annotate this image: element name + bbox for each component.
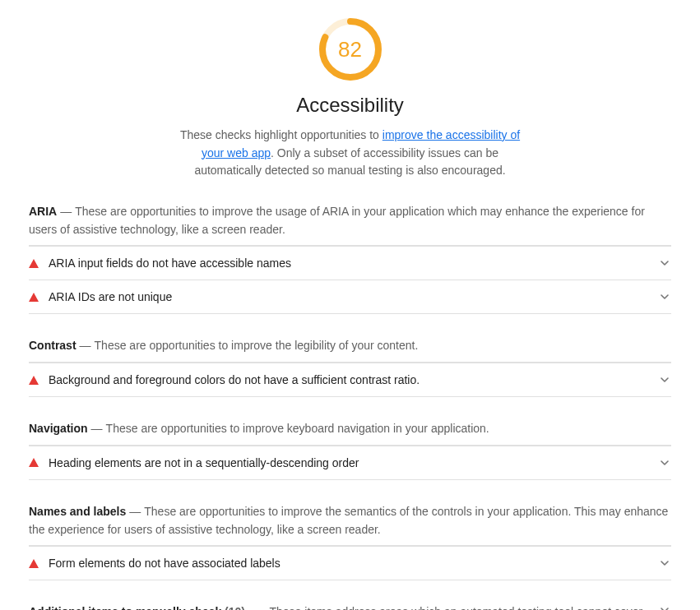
manual-check-count: (10) xyxy=(225,605,245,610)
score-value: 82 xyxy=(318,16,383,82)
group-label: Navigation xyxy=(29,422,88,435)
audit-row[interactable]: Heading elements are not in a sequential… xyxy=(29,446,671,480)
fail-triangle-icon xyxy=(29,559,39,568)
audit-row[interactable]: ARIA IDs are not unique xyxy=(29,280,671,314)
audit-title: Background and foreground colors do not … xyxy=(49,373,648,386)
intro-text: These checks highlight opportunities to … xyxy=(174,127,527,180)
group-label: Names and labels xyxy=(29,505,126,518)
audit-title: ARIA IDs are not unique xyxy=(49,290,648,303)
audit-row[interactable]: ARIA input fields do not have accessible… xyxy=(29,246,671,280)
group-header: Contrast—These are opportunities to impr… xyxy=(29,337,671,355)
page-title: Accessibility xyxy=(296,94,404,117)
audit-row[interactable]: Background and foreground colors do not … xyxy=(29,363,671,397)
group-desc: These are opportunities to improve the l… xyxy=(95,339,419,352)
group-header: ARIA—These are opportunities to improve … xyxy=(29,203,671,238)
chevron-down-icon xyxy=(658,603,671,610)
chevron-down-icon xyxy=(658,373,671,386)
fail-triangle-icon xyxy=(29,458,39,467)
chevron-down-icon xyxy=(658,256,671,270)
chevron-down-icon xyxy=(658,290,671,303)
group-header: Navigation—These are opportunities to im… xyxy=(29,420,671,438)
group-header: Names and labels—These are opportunities… xyxy=(29,503,671,538)
group-label: Contrast xyxy=(29,339,76,352)
score-gauge: 82 xyxy=(318,16,383,82)
chevron-down-icon xyxy=(658,557,671,570)
manual-check-label: Additional items to manually check xyxy=(29,605,221,610)
group-desc: These are opportunities to improve keybo… xyxy=(106,422,489,435)
fail-triangle-icon xyxy=(29,293,39,302)
fail-triangle-icon xyxy=(29,376,39,385)
audit-title: ARIA input fields do not have accessible… xyxy=(49,256,648,270)
audit-title: Heading elements are not in a sequential… xyxy=(49,456,648,469)
manual-check-group[interactable]: Additional items to manually check (10) … xyxy=(29,603,650,610)
fail-triangle-icon xyxy=(29,259,39,268)
audit-title: Form elements do not have associated lab… xyxy=(49,557,648,570)
group-label: ARIA xyxy=(29,205,57,218)
audit-row[interactable]: Form elements do not have associated lab… xyxy=(29,546,671,580)
group-desc: These are opportunities to improve the u… xyxy=(29,205,645,236)
chevron-down-icon xyxy=(658,456,671,469)
